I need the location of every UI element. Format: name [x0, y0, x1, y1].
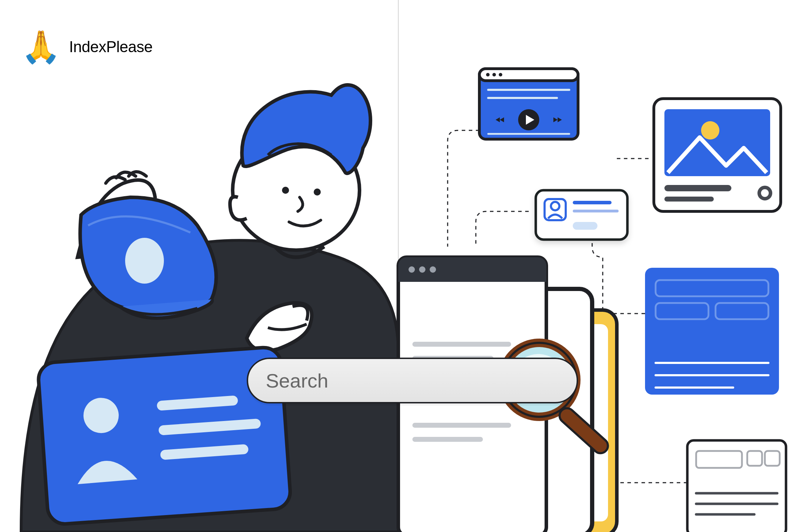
svg-rect-20: [412, 423, 511, 428]
svg-point-17: [430, 266, 436, 273]
svg-point-24: [486, 73, 490, 76]
svg-rect-42: [536, 190, 627, 240]
image-card-icon: [654, 99, 781, 211]
contact-card-icon: [536, 190, 627, 240]
svg-rect-55: [687, 440, 786, 532]
svg-point-26: [499, 73, 502, 76]
search-placeholder-text: Search: [266, 369, 328, 392]
svg-rect-40: [664, 197, 714, 202]
svg-point-25: [492, 73, 496, 76]
svg-rect-14: [398, 274, 546, 282]
illustration-stage: [0, 0, 798, 532]
svg-point-38: [701, 121, 719, 140]
svg-point-2: [314, 188, 321, 196]
svg-rect-46: [573, 210, 619, 212]
svg-rect-18: [412, 342, 511, 347]
svg-rect-39: [664, 185, 731, 191]
svg-point-16: [419, 266, 425, 273]
media-player-card-icon: [479, 69, 578, 139]
search-input[interactable]: Search: [247, 358, 578, 403]
form-card-icon: [645, 268, 779, 395]
document-card-icon: [687, 440, 786, 532]
svg-rect-37: [664, 109, 770, 176]
svg-rect-21: [412, 437, 483, 442]
svg-point-15: [409, 266, 415, 273]
svg-rect-45: [573, 201, 612, 204]
svg-point-1: [282, 187, 289, 194]
svg-point-3: [125, 238, 164, 284]
svg-rect-47: [573, 222, 597, 230]
